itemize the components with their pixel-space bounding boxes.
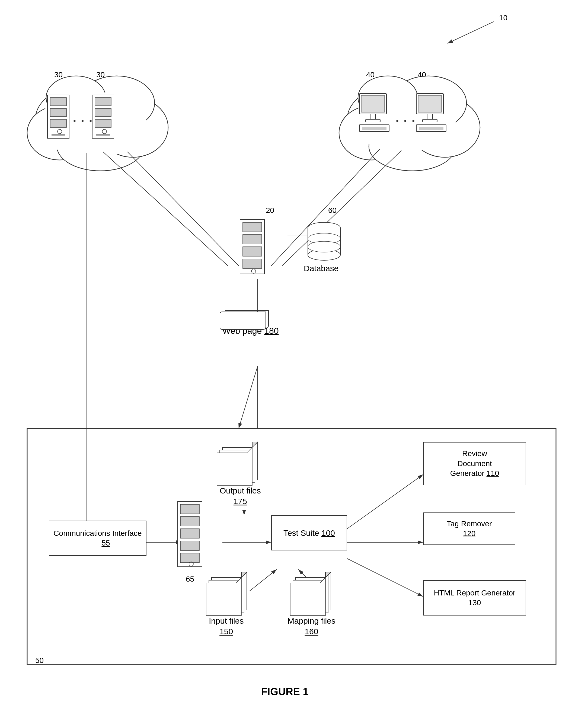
svg-rect-77: [180, 529, 200, 538]
svg-rect-40: [50, 119, 66, 127]
svg-rect-52: [365, 119, 380, 122]
svg-line-36: [447, 22, 493, 43]
dots-left-cloud: • • •: [73, 117, 93, 125]
svg-rect-46: [95, 119, 111, 127]
ref-20-label: 20: [266, 206, 274, 215]
server-20-icon: [236, 217, 271, 283]
ref-10-label: 10: [499, 14, 507, 22]
database-label: Database: [304, 263, 338, 274]
web-page-icon: [220, 309, 274, 332]
diagram-container: 10 30 30 • • • 40 40: [0, 0, 588, 718]
svg-rect-63: [243, 235, 262, 244]
review-document-generator-box: ReviewDocumentGenerator 110: [423, 442, 526, 485]
svg-rect-58: [423, 119, 437, 122]
svg-rect-75: [180, 504, 200, 514]
svg-line-31: [347, 474, 423, 529]
computer-40a-icon: [358, 92, 393, 137]
server-30b-icon: [89, 92, 119, 148]
svg-rect-79: [180, 553, 200, 563]
svg-line-25: [239, 366, 258, 428]
svg-rect-64: [243, 247, 262, 256]
ref-30b-label: 30: [96, 70, 105, 79]
ref-55-inline: 55: [101, 539, 110, 547]
svg-rect-54: [362, 127, 386, 130]
svg-rect-51: [370, 114, 376, 119]
ref-40a-label: 40: [366, 70, 375, 79]
svg-rect-50: [361, 96, 384, 112]
svg-line-19: [127, 152, 239, 266]
svg-rect-56: [418, 96, 442, 112]
input-files-icon: [204, 564, 258, 619]
ref-30a-label: 30: [54, 70, 63, 79]
svg-rect-60: [419, 127, 443, 130]
test-suite-box: Test Suite 100: [271, 515, 347, 550]
ref-50-label: 50: [35, 656, 44, 665]
tag-remover-box: Tag Remover 120: [423, 512, 515, 545]
output-files-icon: [214, 434, 269, 489]
svg-rect-38: [50, 98, 66, 106]
ref-40b-label: 40: [418, 70, 426, 79]
output-files-label: Output files 175: [220, 485, 261, 507]
svg-rect-78: [180, 541, 200, 550]
mapping-files-icon: [288, 564, 342, 619]
mapping-files-label: Mapping files 160: [288, 615, 336, 637]
html-report-generator-box: HTML Report Generator 130: [423, 580, 526, 615]
svg-rect-39: [50, 108, 66, 117]
svg-rect-57: [427, 114, 433, 119]
svg-rect-42: [51, 134, 65, 135]
svg-rect-76: [180, 516, 200, 526]
computer-40b-icon: [415, 92, 450, 137]
svg-line-18: [103, 152, 228, 266]
communications-interface-box: Communications Interface 55: [49, 521, 146, 556]
svg-rect-45: [95, 108, 111, 117]
ref-65-label: 65: [186, 575, 194, 584]
svg-rect-44: [95, 98, 111, 106]
figure-caption: FIGURE 1: [190, 686, 380, 698]
database-icon: [304, 217, 344, 267]
svg-rect-62: [243, 222, 262, 232]
svg-rect-48: [96, 134, 110, 135]
svg-rect-65: [243, 259, 262, 269]
svg-line-33: [347, 558, 423, 596]
ref-60-label: 60: [328, 206, 337, 215]
dots-right-cloud: • • •: [396, 117, 416, 125]
server-30a-icon: [45, 92, 75, 148]
svg-point-73: [308, 241, 340, 252]
input-files-label: Input files 150: [209, 615, 244, 637]
